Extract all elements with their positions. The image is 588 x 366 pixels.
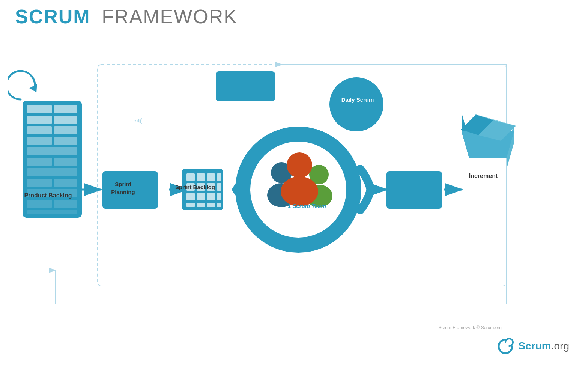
label-sprint-review: Sprint Review [379,116,436,125]
svg-rect-29 [27,168,77,176]
svg-rect-20 [27,116,52,124]
svg-rect-28 [54,158,77,166]
svg-rect-35 [27,210,77,214]
svg-rect-49 [207,193,215,200]
copyright-text: Scrum Framework © Scrum.org [438,325,502,330]
svg-rect-26 [27,147,77,155]
title-scrum: SCRUM [15,6,90,27]
svg-rect-23 [54,126,77,134]
svg-rect-41 [207,173,215,181]
svg-rect-59 [386,171,442,209]
svg-rect-53 [207,203,215,207]
svg-rect-42 [217,173,221,181]
svg-rect-58 [216,71,275,101]
svg-rect-24 [27,137,52,145]
svg-rect-52 [197,203,205,207]
svg-rect-34 [54,200,77,208]
svg-rect-25 [54,137,77,145]
svg-point-72 [281,176,318,206]
svg-rect-27 [27,158,52,166]
scrumorg-icon [496,337,515,355]
label-scrum-team: 1 Scrum Team [262,203,352,209]
label-sprint-planning-below: SprintPlanning [93,180,153,196]
scrumorg-logo: Scrum.org [496,337,569,355]
svg-rect-47 [186,193,195,200]
svg-rect-30 [27,179,52,187]
svg-rect-19 [54,105,77,113]
svg-rect-51 [186,203,195,207]
svg-point-57 [329,77,383,131]
label-sprint-backlog: Sprint Backlog [171,183,220,191]
svg-rect-40 [197,173,205,181]
svg-rect-33 [27,200,52,208]
svg-rect-39 [186,173,195,181]
label-sprint-retrospective: Sprint Retrospective [209,45,266,53]
scrumorg-text: Scrum.org [519,340,569,352]
svg-rect-31 [54,179,77,187]
svg-rect-50 [217,193,221,200]
label-product-backlog: Product Backlog [11,191,86,200]
svg-point-71 [287,152,312,178]
label-increment: Increment [457,173,510,179]
svg-rect-21 [54,116,77,124]
svg-rect-22 [27,126,52,134]
label-daily-scrum: Daily Scrum [335,96,380,104]
svg-rect-18 [27,105,52,113]
svg-rect-54 [217,203,221,207]
svg-rect-48 [197,193,205,200]
title-framework: FRAMEWORK [102,6,238,27]
